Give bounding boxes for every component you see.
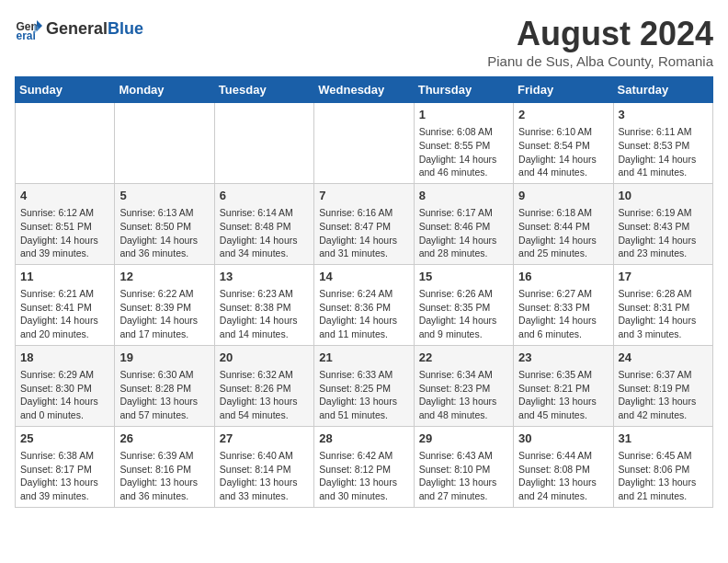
calendar-week-row: 18Sunrise: 6:29 AMSunset: 8:30 PMDayligh…	[16, 345, 713, 426]
day-info: Sunrise: 6:26 AMSunset: 8:35 PMDaylight:…	[419, 287, 508, 341]
day-info: Sunrise: 6:37 AMSunset: 8:19 PMDaylight:…	[619, 368, 708, 422]
day-number: 9	[518, 188, 608, 204]
calendar-header-row: SundayMondayTuesdayWednesdayThursdayFrid…	[16, 77, 713, 103]
col-header-sunday: Sunday	[16, 77, 115, 103]
day-info: Sunrise: 6:45 AMSunset: 8:06 PMDaylight:…	[619, 449, 708, 503]
calendar-week-row: 4Sunrise: 6:12 AMSunset: 8:51 PMDaylight…	[16, 183, 713, 264]
calendar-cell: 23Sunrise: 6:35 AMSunset: 8:21 PMDayligh…	[514, 345, 613, 426]
day-number: 23	[518, 350, 608, 366]
calendar-cell: 24Sunrise: 6:37 AMSunset: 8:19 PMDayligh…	[613, 345, 712, 426]
day-number: 12	[119, 269, 209, 285]
day-info: Sunrise: 6:30 AMSunset: 8:28 PMDaylight:…	[119, 368, 209, 422]
calendar-cell: 15Sunrise: 6:26 AMSunset: 8:35 PMDayligh…	[414, 264, 513, 345]
logo-blue: Blue	[108, 19, 143, 39]
day-info: Sunrise: 6:17 AMSunset: 8:46 PMDaylight:…	[419, 206, 508, 260]
col-header-friday: Friday	[514, 77, 613, 103]
calendar-cell: 7Sunrise: 6:16 AMSunset: 8:47 PMDaylight…	[314, 183, 414, 264]
day-number: 26	[119, 431, 209, 447]
calendar-cell: 19Sunrise: 6:30 AMSunset: 8:28 PMDayligh…	[115, 345, 214, 426]
calendar-cell: 5Sunrise: 6:13 AMSunset: 8:50 PMDaylight…	[115, 183, 214, 264]
col-header-thursday: Thursday	[414, 77, 513, 103]
day-info: Sunrise: 6:39 AMSunset: 8:16 PMDaylight:…	[119, 449, 209, 503]
day-info: Sunrise: 6:40 AMSunset: 8:14 PMDaylight:…	[220, 449, 309, 503]
day-number: 22	[419, 350, 508, 366]
calendar-cell	[16, 103, 115, 184]
calendar-cell: 1Sunrise: 6:08 AMSunset: 8:55 PMDaylight…	[414, 103, 513, 184]
logo: Gen eral GeneralBlue	[15, 15, 143, 42]
day-number: 31	[619, 431, 708, 447]
calendar-cell: 14Sunrise: 6:24 AMSunset: 8:36 PMDayligh…	[314, 264, 414, 345]
day-info: Sunrise: 6:44 AMSunset: 8:08 PMDaylight:…	[518, 449, 608, 503]
day-info: Sunrise: 6:10 AMSunset: 8:54 PMDaylight:…	[518, 125, 608, 179]
day-info: Sunrise: 6:27 AMSunset: 8:33 PMDaylight:…	[518, 287, 608, 341]
day-info: Sunrise: 6:32 AMSunset: 8:26 PMDaylight:…	[220, 368, 309, 422]
day-number: 16	[518, 269, 608, 285]
calendar-cell: 30Sunrise: 6:44 AMSunset: 8:08 PMDayligh…	[514, 426, 613, 507]
calendar-cell: 6Sunrise: 6:14 AMSunset: 8:48 PMDaylight…	[214, 183, 313, 264]
calendar-cell: 3Sunrise: 6:11 AMSunset: 8:53 PMDaylight…	[613, 103, 712, 184]
calendar-cell: 18Sunrise: 6:29 AMSunset: 8:30 PMDayligh…	[16, 345, 115, 426]
day-info: Sunrise: 6:42 AMSunset: 8:12 PMDaylight:…	[319, 449, 408, 503]
day-number: 11	[20, 269, 109, 285]
calendar-cell: 26Sunrise: 6:39 AMSunset: 8:16 PMDayligh…	[115, 426, 214, 507]
col-header-wednesday: Wednesday	[314, 77, 414, 103]
day-number: 17	[619, 269, 708, 285]
day-number: 2	[518, 107, 608, 123]
calendar-cell: 4Sunrise: 6:12 AMSunset: 8:51 PMDaylight…	[16, 183, 115, 264]
day-number: 7	[319, 188, 408, 204]
day-info: Sunrise: 6:35 AMSunset: 8:21 PMDaylight:…	[518, 368, 608, 422]
col-header-tuesday: Tuesday	[214, 77, 313, 103]
day-number: 6	[220, 188, 309, 204]
day-number: 27	[220, 431, 309, 447]
calendar-cell: 13Sunrise: 6:23 AMSunset: 8:38 PMDayligh…	[214, 264, 313, 345]
day-number: 25	[20, 431, 109, 447]
calendar-week-row: 25Sunrise: 6:38 AMSunset: 8:17 PMDayligh…	[16, 426, 713, 507]
day-info: Sunrise: 6:23 AMSunset: 8:38 PMDaylight:…	[220, 287, 309, 341]
day-number: 14	[319, 269, 408, 285]
calendar-table: SundayMondayTuesdayWednesdayThursdayFrid…	[15, 76, 713, 508]
svg-text:eral: eral	[17, 29, 36, 42]
calendar-cell	[115, 103, 214, 184]
calendar-cell: 12Sunrise: 6:22 AMSunset: 8:39 PMDayligh…	[115, 264, 214, 345]
calendar-cell: 31Sunrise: 6:45 AMSunset: 8:06 PMDayligh…	[613, 426, 712, 507]
col-header-monday: Monday	[115, 77, 214, 103]
calendar-cell: 27Sunrise: 6:40 AMSunset: 8:14 PMDayligh…	[214, 426, 313, 507]
day-number: 24	[619, 350, 708, 366]
calendar-cell: 11Sunrise: 6:21 AMSunset: 8:41 PMDayligh…	[16, 264, 115, 345]
calendar-week-row: 1Sunrise: 6:08 AMSunset: 8:55 PMDaylight…	[16, 103, 713, 184]
day-number: 5	[119, 188, 209, 204]
day-number: 19	[119, 350, 209, 366]
day-number: 30	[518, 431, 608, 447]
day-info: Sunrise: 6:16 AMSunset: 8:47 PMDaylight:…	[319, 206, 408, 260]
logo-general: General	[46, 19, 108, 39]
day-number: 21	[319, 350, 408, 366]
day-number: 18	[20, 350, 109, 366]
day-number: 29	[419, 431, 508, 447]
day-info: Sunrise: 6:12 AMSunset: 8:51 PMDaylight:…	[20, 206, 109, 260]
calendar-cell: 17Sunrise: 6:28 AMSunset: 8:31 PMDayligh…	[613, 264, 712, 345]
day-info: Sunrise: 6:13 AMSunset: 8:50 PMDaylight:…	[119, 206, 209, 260]
day-number: 1	[419, 107, 508, 123]
day-number: 3	[619, 107, 708, 123]
day-info: Sunrise: 6:24 AMSunset: 8:36 PMDaylight:…	[319, 287, 408, 341]
month-year-title: August 2024	[487, 15, 713, 53]
day-number: 10	[619, 188, 708, 204]
day-info: Sunrise: 6:43 AMSunset: 8:10 PMDaylight:…	[419, 449, 508, 503]
calendar-week-row: 11Sunrise: 6:21 AMSunset: 8:41 PMDayligh…	[16, 264, 713, 345]
day-number: 28	[319, 431, 408, 447]
title-area: August 2024 Pianu de Sus, Alba County, R…	[487, 15, 713, 69]
calendar-cell: 8Sunrise: 6:17 AMSunset: 8:46 PMDaylight…	[414, 183, 513, 264]
calendar-cell: 20Sunrise: 6:32 AMSunset: 8:26 PMDayligh…	[214, 345, 313, 426]
day-number: 8	[419, 188, 508, 204]
page-header: Gen eral GeneralBlue August 2024 Pianu d…	[15, 15, 713, 69]
day-number: 13	[220, 269, 309, 285]
day-info: Sunrise: 6:34 AMSunset: 8:23 PMDaylight:…	[419, 368, 508, 422]
calendar-cell: 25Sunrise: 6:38 AMSunset: 8:17 PMDayligh…	[16, 426, 115, 507]
day-number: 15	[419, 269, 508, 285]
day-number: 4	[20, 188, 109, 204]
logo-icon: Gen eral	[15, 15, 42, 42]
day-info: Sunrise: 6:08 AMSunset: 8:55 PMDaylight:…	[419, 125, 508, 179]
day-info: Sunrise: 6:22 AMSunset: 8:39 PMDaylight:…	[119, 287, 209, 341]
day-info: Sunrise: 6:11 AMSunset: 8:53 PMDaylight:…	[619, 125, 708, 179]
day-info: Sunrise: 6:19 AMSunset: 8:43 PMDaylight:…	[619, 206, 708, 260]
